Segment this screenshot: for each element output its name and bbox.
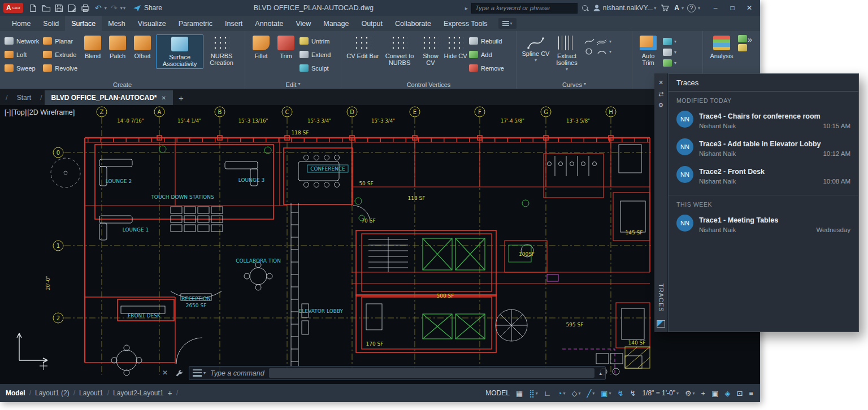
save-icon[interactable]: [54, 2, 65, 14]
annotation-monitor-toggle[interactable]: +: [699, 388, 708, 399]
polar-tracking-toggle[interactable]: ◔▾: [555, 388, 568, 399]
fillet-button[interactable]: Fillet: [249, 33, 274, 59]
isolate-objects-toggle[interactable]: ▣: [709, 388, 721, 399]
command-input[interactable]: Type a command: [210, 369, 264, 377]
tab-solid[interactable]: Solid: [37, 16, 65, 31]
project-to-vector-icon[interactable]: [663, 59, 672, 67]
help-icon[interactable]: ?: [687, 4, 696, 12]
autocad-logo[interactable]: A CAD: [3, 3, 23, 13]
viewport-visual-style[interactable]: [2D Wireframe]: [27, 108, 75, 116]
tab-surface[interactable]: Surface: [65, 16, 102, 31]
clean-screen-toggle[interactable]: ⊡: [735, 388, 745, 399]
new-layout-icon[interactable]: +: [168, 389, 172, 398]
tab-output[interactable]: Output: [355, 16, 389, 31]
close-tab-icon[interactable]: ✕: [161, 95, 166, 101]
commandline-customize-icon[interactable]: [175, 369, 183, 380]
trim-button[interactable]: Trim: [274, 33, 298, 59]
untrim-button[interactable]: Untrim: [300, 35, 331, 47]
palette-autohide-icon[interactable]: ⇄: [658, 88, 663, 99]
search-input[interactable]: [471, 3, 578, 14]
tab-annotate[interactable]: Annotate: [249, 16, 289, 31]
redo-dropdown-icon[interactable]: ▾: [120, 6, 123, 11]
tab-visualize[interactable]: Visualize: [132, 16, 172, 31]
tab-layout2-layout1[interactable]: Layout2-Layout1: [113, 389, 163, 397]
project-to-ucs-icon[interactable]: [663, 38, 672, 45]
tab-layout1[interactable]: Layout1: [79, 389, 103, 397]
plot-icon[interactable]: [80, 2, 91, 14]
close-button[interactable]: ✕: [741, 1, 758, 15]
offset-curve-icon[interactable]: [597, 38, 607, 45]
nurbs-creation-toggle[interactable]: NURBS Creation: [206, 33, 237, 66]
tab-model[interactable]: Model: [6, 389, 25, 397]
blend-curves-icon[interactable]: [584, 38, 594, 45]
tab-parametric[interactable]: Parametric: [172, 16, 219, 31]
trace-item[interactable]: NN Trace1 - Meeting Tables Nishant NaikW…: [669, 210, 858, 238]
cart-icon[interactable]: [659, 2, 671, 14]
remove-button[interactable]: Remove: [469, 62, 504, 74]
palette-properties-icon[interactable]: ⚙: [658, 99, 664, 111]
maximize-button[interactable]: □: [724, 1, 741, 15]
open-folder-icon[interactable]: [41, 2, 52, 14]
graphics-performance-toggle[interactable]: ◈: [723, 388, 733, 399]
draft-analysis-icon[interactable]: [738, 44, 747, 51]
qat-customize-icon[interactable]: ▾: [123, 6, 125, 11]
file-tab-document[interactable]: BLVD OFFICE_PLAN-AUTOCAD*✕: [45, 90, 173, 105]
tab-mesh[interactable]: Mesh: [102, 16, 132, 31]
annotation-scale-button[interactable]: 1/8" = 1'-0"▾: [640, 388, 681, 398]
tab-home[interactable]: Home: [6, 16, 37, 31]
sweep-button[interactable]: Sweep: [5, 62, 39, 74]
extrude-button[interactable]: Extrude: [43, 49, 77, 60]
object-snap-toggle[interactable]: ▣▾: [598, 388, 613, 399]
customization-button[interactable]: ≡: [747, 388, 756, 399]
command-line[interactable]: ▾ Type a command ▴: [189, 366, 606, 380]
tab-manage[interactable]: Manage: [317, 16, 355, 31]
curvature-analysis-icon[interactable]: [738, 35, 747, 42]
annotation-autoscale-toggle[interactable]: ↯: [628, 388, 639, 399]
auto-trim-button[interactable]: Auto Trim: [636, 33, 661, 66]
palette-close-icon[interactable]: ✕: [658, 77, 663, 88]
spline-cv-button[interactable]: Spline CV▾: [520, 33, 552, 64]
sculpt-button[interactable]: Sculpt: [300, 62, 331, 74]
command-history-icon[interactable]: ▴: [599, 370, 602, 376]
tab-layout1-2[interactable]: Layout1 (2): [35, 389, 70, 397]
hide-cv-button[interactable]: Hide CV: [443, 33, 468, 59]
drawing-area[interactable]: ZABCDEFGH 012 14'-0 7/16"15'-4 1/4"15'-3…: [0, 105, 760, 384]
extend-button[interactable]: Extend: [300, 49, 331, 60]
network-button[interactable]: Network: [5, 35, 39, 47]
undo-dropdown-icon[interactable]: ▾: [105, 6, 107, 11]
share-button[interactable]: Share: [133, 4, 162, 12]
trace-item[interactable]: NN Trace3 - Add table in Elevator Lobby …: [669, 134, 858, 162]
tab-view[interactable]: View: [289, 16, 317, 31]
command-history-field[interactable]: [269, 368, 595, 378]
ribbon-display-toggle[interactable]: ▾: [498, 18, 517, 29]
autodesk-access-icon[interactable]: A: [674, 4, 679, 12]
show-cv-button[interactable]: Show CV: [418, 33, 443, 66]
revolve-button[interactable]: Revolve: [43, 62, 77, 74]
grid-display-toggle[interactable]: ▦: [514, 388, 525, 399]
ribbon-expand-icon[interactable]: »: [748, 34, 752, 44]
blend-button[interactable]: Blend: [80, 33, 105, 59]
cv-edit-bar-button[interactable]: CV Edit Bar: [345, 33, 381, 59]
offset-button[interactable]: Offset: [130, 33, 155, 59]
minimize-button[interactable]: –: [707, 1, 724, 15]
object-snap-tracking-toggle[interactable]: ╱▾: [584, 388, 597, 399]
viewport-menu[interactable]: [-]: [5, 108, 11, 116]
new-tab-icon[interactable]: +: [173, 93, 189, 105]
loft-button[interactable]: Loft: [5, 49, 39, 60]
curve-arc-icon[interactable]: [597, 48, 607, 55]
ucs-icon[interactable]: [17, 333, 47, 363]
convert-to-nurbs-button[interactable]: Convert to NURBS: [381, 33, 418, 66]
patch-button[interactable]: Patch: [105, 33, 130, 59]
tab-express-tools[interactable]: Express Tools: [437, 16, 494, 31]
add-button[interactable]: Add: [469, 49, 504, 60]
planar-button[interactable]: Planar: [43, 35, 77, 47]
redo-icon[interactable]: ↷: [108, 2, 120, 14]
rebuild-button[interactable]: Rebuild: [469, 35, 504, 47]
trace-item[interactable]: NN Trace2 - Front Desk Nishant Naik10:08…: [669, 162, 858, 189]
save-as-icon[interactable]: [67, 2, 78, 14]
extract-isolines-button[interactable]: Extract Isolines▾: [552, 33, 582, 73]
isometric-drafting-toggle[interactable]: ◇▾: [569, 388, 583, 399]
surface-associativity-toggle[interactable]: Surface Associativity: [156, 34, 203, 69]
new-file-icon[interactable]: [28, 2, 39, 14]
project-to-view-icon[interactable]: [663, 49, 672, 56]
